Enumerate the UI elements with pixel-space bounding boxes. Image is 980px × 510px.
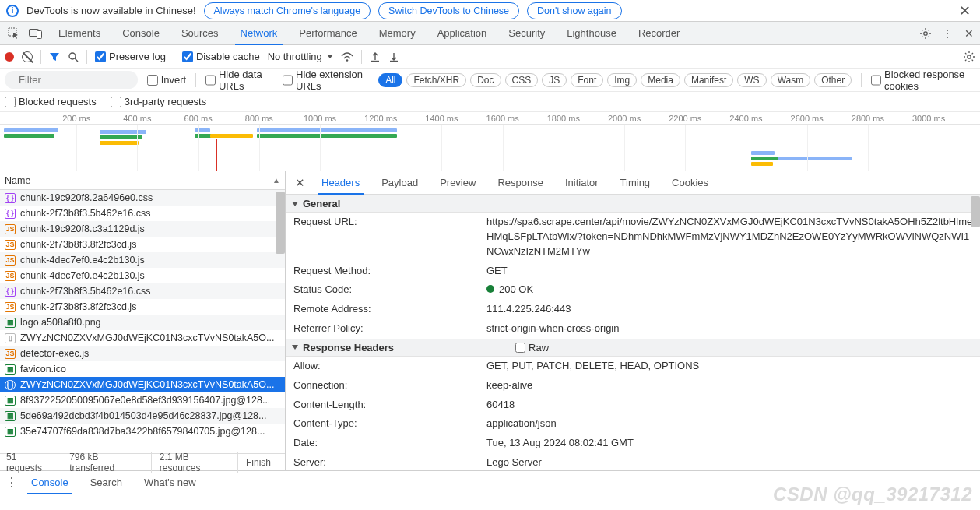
- close-devtools-icon[interactable]: ✕: [958, 22, 980, 44]
- banner-action-match[interactable]: Always match Chrome's language: [204, 2, 371, 19]
- request-row[interactable]: ▦logo.a508a8f0.png: [0, 315, 285, 330]
- section-header[interactable]: General: [286, 195, 980, 213]
- type-chip-doc[interactable]: Doc: [470, 73, 501, 87]
- tab-performance[interactable]: Performance: [288, 22, 367, 44]
- search-icon[interactable]: [68, 51, 79, 62]
- request-row[interactable]: ▦35e74707f69da838d7ba3422b8f6579840705.j…: [0, 424, 285, 439]
- tab-elements[interactable]: Elements: [47, 22, 111, 44]
- tab-security[interactable]: Security: [497, 22, 556, 44]
- detail-tab-cookies[interactable]: Cookies: [661, 171, 719, 194]
- blocked-requests-checkbox[interactable]: Blocked requests: [5, 96, 97, 107]
- throttling-select[interactable]: No throttling: [268, 51, 333, 62]
- drawer-menu-icon[interactable]: ⋮: [3, 471, 20, 494]
- request-row[interactable]: JSchunk-2f73b8f3.8f2fc3cd.js: [0, 299, 285, 315]
- detail-tab-response[interactable]: Response: [486, 171, 554, 194]
- request-row[interactable]: { }ZWYzNCN0ZXVxMGJ0dWEjKC01N3cxcTVvNS0ta…: [0, 377, 285, 392]
- detail-tab-initiator[interactable]: Initiator: [554, 171, 609, 194]
- upload-har-icon[interactable]: [370, 51, 381, 62]
- request-row[interactable]: ▦5de69a492dcbd3f4b014503d4e95d46c28837.j…: [0, 408, 285, 424]
- request-row[interactable]: { }chunk-2f73b8f3.5b462e16.css: [0, 283, 285, 299]
- detail-tab-headers[interactable]: Headers: [311, 171, 371, 194]
- disable-cache-checkbox[interactable]: Disable cache: [182, 51, 260, 62]
- tab-application[interactable]: Application: [427, 22, 498, 44]
- request-row[interactable]: JSchunk-4dec7ef0.e4c2b130.js: [0, 268, 285, 283]
- detail-content[interactable]: GeneralRequest URL:https://spa6.scrape.c…: [286, 195, 980, 470]
- detail-tab-preview[interactable]: Preview: [429, 171, 486, 194]
- preserve-log-checkbox[interactable]: Preserve log: [95, 51, 166, 62]
- network-conditions-icon[interactable]: [341, 52, 353, 62]
- tab-memory[interactable]: Memory: [368, 22, 427, 44]
- detail-scrollbar-thumb[interactable]: [971, 196, 980, 227]
- header-key: Status Code:: [293, 283, 480, 297]
- type-chip-img[interactable]: Img: [607, 73, 637, 87]
- banner-action-dismiss[interactable]: Don't show again: [527, 2, 622, 19]
- filter-input[interactable]: [17, 73, 151, 86]
- request-name: chunk-4dec7ef0.e4c2b130.js: [20, 270, 145, 281]
- request-row[interactable]: JSdetector-exec.js: [0, 346, 285, 361]
- detail-tab-timing[interactable]: Timing: [609, 171, 662, 194]
- request-row[interactable]: ▦favicon.ico: [0, 361, 285, 377]
- hide-extension-urls-checkbox[interactable]: Hide extension URLs: [283, 69, 369, 92]
- type-chip-font[interactable]: Font: [571, 73, 603, 87]
- network-settings-icon[interactable]: [963, 51, 975, 63]
- request-row[interactable]: JSchunk-4dec7ef0.e4c2b130.js: [0, 252, 285, 268]
- tab-recorder[interactable]: Recorder: [627, 22, 690, 44]
- settings-icon[interactable]: [915, 22, 936, 44]
- request-name: chunk-4dec7ef0.e4c2b130.js: [20, 255, 145, 266]
- request-row[interactable]: { }chunk-19c920f8.2a6496e0.css: [0, 190, 285, 206]
- third-party-checkbox[interactable]: 3rd-party requests: [111, 96, 207, 107]
- img-icon: ▦: [5, 396, 16, 406]
- device-toggle-icon[interactable]: [25, 22, 47, 44]
- type-chip-js[interactable]: JS: [542, 73, 567, 87]
- tab-sources[interactable]: Sources: [170, 22, 230, 44]
- header-key: Referrer Policy:: [293, 322, 480, 336]
- waterfall-overview[interactable]: 200 ms400 ms600 ms800 ms1000 ms1200 ms14…: [0, 112, 980, 171]
- tab-console[interactable]: Console: [111, 22, 170, 44]
- request-list[interactable]: { }chunk-19c920f8.2a6496e0.css{ }chunk-2…: [0, 190, 285, 453]
- request-row[interactable]: ▦8f9372252050095067e0e8d58ef3d939156407.…: [0, 392, 285, 408]
- detail-tab-payload[interactable]: Payload: [371, 171, 429, 194]
- section-header[interactable]: Response HeadersRaw: [286, 339, 980, 357]
- clear-button[interactable]: [22, 51, 33, 62]
- request-name: favicon.ico: [20, 364, 66, 375]
- type-chip-fetchxhr[interactable]: Fetch/XHR: [406, 73, 466, 87]
- type-chip-wasm[interactable]: Wasm: [771, 73, 811, 87]
- list-header[interactable]: Name▲: [0, 171, 285, 190]
- type-chip-manifest[interactable]: Manifest: [684, 73, 733, 87]
- drawer-tab-search[interactable]: Search: [79, 471, 133, 494]
- drawer-tab-console[interactable]: Console: [20, 471, 79, 494]
- request-row[interactable]: { }chunk-2f73b8f3.5b462e16.css: [0, 206, 285, 221]
- inspect-icon[interactable]: [3, 22, 25, 44]
- hide-data-urls-checkbox[interactable]: Hide data URLs: [205, 69, 273, 92]
- record-button[interactable]: [5, 52, 14, 62]
- more-icon[interactable]: ⋮: [936, 22, 958, 44]
- request-row[interactable]: JSchunk-2f73b8f3.8f2fc3cd.js: [0, 237, 285, 252]
- filter-toggle-icon[interactable]: [49, 51, 60, 62]
- raw-toggle[interactable]: Raw: [515, 342, 549, 353]
- tab-lighthouse[interactable]: Lighthouse: [556, 22, 627, 44]
- request-name: chunk-2f73b8f3.5b462e16.css: [20, 208, 151, 219]
- blocked-cookies-checkbox[interactable]: Blocked response cookies: [871, 69, 975, 92]
- scrollbar-thumb[interactable]: [276, 192, 285, 254]
- type-chip-all[interactable]: All: [378, 73, 402, 87]
- summary-resources: 2.1 MB resources: [152, 452, 238, 473]
- request-row[interactable]: ▯ZWYzNCN0ZXVxMGJ0dWEjKC01N3cxcTVvNS0takA…: [0, 330, 285, 346]
- type-chip-ws[interactable]: WS: [737, 73, 766, 87]
- js-icon: JS: [5, 240, 16, 250]
- main-tabbar: ElementsConsoleSourcesNetworkPerformance…: [0, 22, 980, 45]
- download-har-icon[interactable]: [388, 51, 399, 62]
- banner-action-switch[interactable]: Switch DevTools to Chinese: [378, 2, 519, 19]
- type-chip-media[interactable]: Media: [641, 73, 680, 87]
- invert-checkbox[interactable]: Invert: [147, 74, 187, 86]
- header-key: Date:: [293, 436, 480, 451]
- tab-network[interactable]: Network: [230, 22, 289, 44]
- close-detail-icon[interactable]: ✕: [289, 171, 311, 194]
- drawer-tab-whatsnew[interactable]: What's new: [133, 471, 207, 494]
- type-chip-other[interactable]: Other: [814, 73, 852, 87]
- filter-input-wrap[interactable]: [5, 71, 138, 89]
- info-icon: i: [6, 5, 19, 17]
- close-icon[interactable]: ✕: [956, 2, 974, 19]
- request-row[interactable]: JSchunk-19c920f8.c3a1129d.js: [0, 221, 285, 237]
- type-chip-css[interactable]: CSS: [505, 73, 539, 87]
- detail-tabs: ✕ HeadersPayloadPreviewResponseInitiator…: [286, 171, 980, 195]
